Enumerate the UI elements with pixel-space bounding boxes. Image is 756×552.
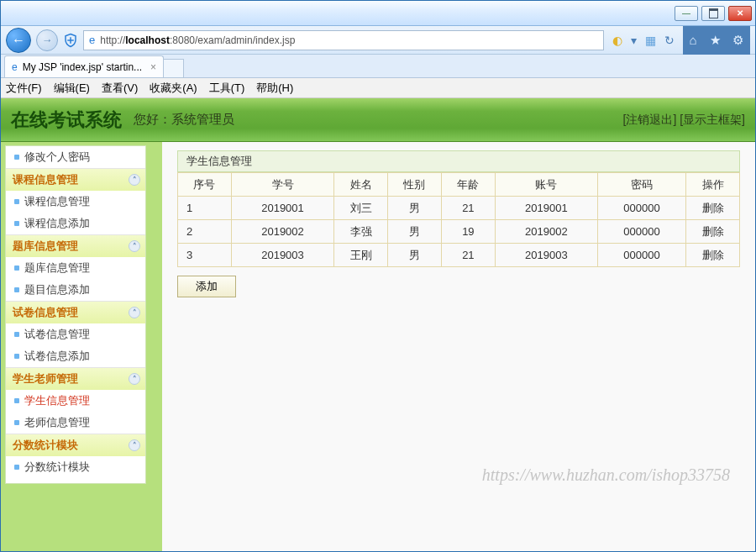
table-cell: 000000: [598, 197, 686, 220]
security-shield-icon[interactable]: [63, 33, 78, 48]
app-root: 在线考试系统 您好：系统管理员 [注销退出] [显示主框架] 修改个人密码课程信…: [1, 98, 755, 552]
table-cell: 2019001: [495, 197, 597, 220]
table-cell: 2019003: [495, 244, 597, 267]
sidebar: 修改个人密码课程信息管理˄课程信息管理课程信息添加题库信息管理˄题库信息管理题目…: [1, 142, 150, 552]
show-frame-link[interactable]: [显示主框架]: [680, 113, 745, 126]
arrow-left-icon: ←: [12, 33, 25, 48]
table-cell: 19: [441, 220, 495, 244]
delete-link[interactable]: 删除: [702, 249, 724, 261]
url-text: http://localhost:8080/exam/admin/index.j…: [100, 34, 295, 46]
search-icon[interactable]: ▦: [645, 34, 656, 47]
close-button[interactable]: ✕: [728, 6, 752, 21]
table-cell: 3: [178, 244, 232, 267]
logout-link[interactable]: [注销退出]: [623, 113, 677, 126]
students-table: 序号学号姓名性别年龄账号密码操作 12019001刘三男212019001000…: [177, 172, 740, 267]
table-cell: 2: [178, 220, 232, 244]
sidebar-group-head[interactable]: 学生老师管理˄: [6, 368, 145, 390]
minimize-button[interactable]: —: [675, 6, 698, 21]
table-cell: 000000: [598, 220, 686, 244]
browser-tab[interactable]: e My JSP 'index.jsp' startin... ×: [4, 55, 164, 77]
forward-button[interactable]: →: [36, 29, 58, 51]
new-tab-button[interactable]: [164, 59, 184, 77]
table-cell: 1: [178, 197, 232, 220]
table-cell: 21: [441, 197, 495, 220]
close-icon: ✕: [737, 8, 743, 18]
back-button[interactable]: ←: [6, 28, 31, 53]
tab-close-icon[interactable]: ×: [150, 61, 156, 73]
menu-item[interactable]: 收藏夹(A): [150, 81, 197, 96]
greeting-text: 您好：系统管理员: [134, 112, 234, 128]
sidebar-item[interactable]: 题库信息管理: [6, 257, 145, 279]
table-header: 性别: [388, 173, 442, 197]
favorites-icon[interactable]: ★: [710, 33, 721, 48]
window-titlebar: — ✕: [1, 1, 755, 26]
table-cell: 2019002: [495, 220, 597, 244]
address-bar[interactable]: e http://localhost:8080/exam/admin/index…: [83, 30, 604, 50]
menu-item[interactable]: 编辑(E): [54, 81, 90, 96]
sidebar-item[interactable]: 老师信息管理: [6, 412, 145, 434]
table-cell: 删除: [686, 220, 740, 244]
menu-item[interactable]: 查看(V): [102, 81, 138, 96]
table-row: 32019003王刚男212019003000000删除: [178, 244, 740, 267]
sidebar-item[interactable]: 修改个人密码: [6, 146, 145, 168]
ie-icon: e: [12, 61, 18, 73]
sidebar-group-head[interactable]: 分数统计模块˄: [6, 434, 145, 456]
table-cell: 男: [388, 197, 442, 220]
table-cell: 000000: [598, 244, 686, 267]
add-button[interactable]: 添加: [177, 276, 236, 297]
chevron-up-icon: ˄: [129, 307, 140, 318]
sidebar-item[interactable]: 题目信息添加: [6, 279, 145, 301]
refresh-icon[interactable]: ↻: [664, 34, 675, 47]
table-cell: 2019001: [231, 197, 333, 220]
table-cell: 2019003: [231, 244, 333, 267]
table-header: 姓名: [334, 173, 388, 197]
compat-icon[interactable]: ◐: [612, 34, 622, 47]
main-content: 学生信息管理 序号学号姓名性别年龄账号密码操作 12019001刘三男21201…: [150, 142, 755, 552]
table-cell: 2019002: [231, 220, 333, 244]
menu-item[interactable]: 文件(F): [6, 81, 42, 96]
sidebar-item[interactable]: 课程信息管理: [6, 191, 145, 213]
sidebar-group-head[interactable]: 题库信息管理˄: [6, 235, 145, 257]
sidebar-item[interactable]: 试卷信息管理: [6, 323, 145, 345]
table-row: 22019002李强男192019002000000删除: [178, 220, 740, 244]
browser-tools: ⌂ ★ ⚙: [683, 26, 750, 55]
table-cell: 男: [388, 244, 442, 267]
table-header: 账号: [495, 173, 597, 197]
delete-link[interactable]: 删除: [702, 202, 724, 214]
sidebar-item[interactable]: 课程信息添加: [6, 213, 145, 234]
menu-item[interactable]: 工具(T): [209, 81, 245, 96]
dropdown-icon[interactable]: ▾: [631, 34, 637, 47]
tab-title: My JSP 'index.jsp' startin...: [23, 61, 142, 73]
browser-nav: ← → e http://localhost:8080/exam/admin/i…: [1, 26, 755, 55]
sidebar-item[interactable]: 分数统计模块: [6, 456, 145, 478]
sidebar-item[interactable]: 试卷信息添加: [6, 345, 145, 367]
table-header: 序号: [178, 173, 232, 197]
delete-link[interactable]: 删除: [702, 225, 724, 238]
chevron-up-icon: ˄: [129, 174, 140, 186]
table-header: 年龄: [441, 173, 495, 197]
header-right: [注销退出] [显示主框架]: [623, 113, 745, 128]
minimize-icon: —: [682, 8, 690, 18]
app-header: 在线考试系统 您好：系统管理员 [注销退出] [显示主框架]: [1, 98, 755, 142]
watermark: https://www.huzhan.com/ishop33758: [482, 465, 730, 485]
ie-icon: e: [89, 34, 95, 46]
sidebar-item[interactable]: 学生信息管理: [6, 390, 145, 412]
table-cell: 李强: [334, 220, 388, 244]
app-title: 在线考试系统: [11, 108, 122, 133]
chevron-up-icon: ˄: [129, 240, 140, 252]
chevron-up-icon: ˄: [129, 439, 140, 451]
settings-gear-icon[interactable]: ⚙: [732, 33, 743, 48]
table-header: 密码: [598, 173, 686, 197]
table-cell: 刘三: [334, 197, 388, 220]
table-cell: 删除: [686, 197, 740, 220]
tab-strip: e My JSP 'index.jsp' startin... ×: [1, 55, 755, 78]
sidebar-group-head[interactable]: 课程信息管理˄: [6, 169, 145, 191]
maximize-button[interactable]: [701, 6, 725, 21]
table-cell: 21: [441, 244, 495, 267]
home-icon[interactable]: ⌂: [689, 33, 696, 47]
sidebar-group-head[interactable]: 试卷信息管理˄: [6, 302, 145, 323]
table-header: 学号: [231, 173, 333, 197]
menu-item[interactable]: 帮助(H): [256, 81, 293, 96]
chevron-up-icon: ˄: [129, 373, 140, 385]
table-row: 12019001刘三男212019001000000删除: [178, 197, 740, 220]
